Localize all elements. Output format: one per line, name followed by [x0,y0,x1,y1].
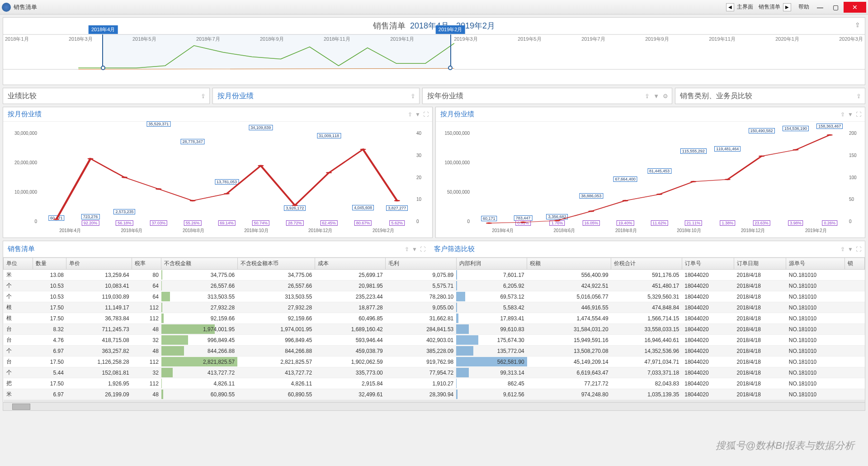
export-icon[interactable]: ⇪ [645,93,650,100]
nav-list-label[interactable]: 销售清单 [756,3,783,11]
window-title: 销售清单 [14,3,726,11]
chart-title: 按月份业绩 [440,110,474,119]
export-icon[interactable]: ⇪ [855,21,860,29]
section-category-sales[interactable]: 销售类别、业务员比较 ⇪ [675,88,865,104]
filter-icon[interactable]: ▼ [412,246,417,252]
col-header[interactable]: 税率 [132,258,161,270]
maximize-button[interactable]: ▢ [828,2,843,13]
col-header[interactable]: 内部利润 [456,258,527,270]
range-title-prefix: 销售清单 [373,21,406,30]
range-label-start: 2018年4月 [89,25,118,34]
expand-icon[interactable]: ⛶ [856,111,861,118]
table-row[interactable]: 台8.32711,245.73481,974,001.951,974,001.9… [4,324,865,335]
settings-icon[interactable]: ⚙ [663,93,668,100]
close-button[interactable]: ✕ [844,2,866,13]
horizontal-scrollbar[interactable] [3,402,865,410]
filter-icon[interactable]: ▼ [848,246,853,252]
table-row[interactable]: 个10.5310,083.416426,557.6626,557.6620,98… [4,281,865,291]
svg-point-15 [623,200,628,201]
col-header[interactable]: 单位 [4,258,33,270]
svg-point-9 [360,149,366,150]
export-icon[interactable]: ⇪ [408,111,412,118]
nav-next-button[interactable]: ▶ [783,3,791,11]
svg-point-5 [224,193,230,194]
svg-point-19 [759,156,764,157]
col-header[interactable]: 不含税金额 [161,258,237,270]
svg-point-16 [656,194,662,195]
minimize-button[interactable]: — [813,2,827,13]
col-header[interactable]: 单价 [66,258,132,270]
titlebar: 销售清单 ◀ 主界面 销售清单 ▶ 帮助 — ▢ ✕ [0,0,868,14]
svg-point-3 [156,188,161,190]
svg-point-21 [827,134,833,136]
expand-icon[interactable]: ⛶ [856,246,861,252]
range-handle-start[interactable] [101,66,105,70]
chart-cumulative-panel: 按月份业绩 ⇪▼⛶ 050,000,000100,000,000150,000,… [435,107,865,238]
table-row[interactable]: 根17.5011,149.1711227,932.2827,932.2818,8… [4,302,865,313]
sales-table-panel: 销售清单 ⇪▼⛶ 客户筛选比较 ⇪▼⛶ 单位数量单价税率不含税金额不含税金额本币… [3,241,865,411]
chart-cumulative-body: 050,000,000100,000,000150,000,0000501001… [436,122,865,238]
section-label: 按年份业绩 [427,91,463,101]
table-row[interactable]: 台17.501,126,258.281122,821,825.572,821,8… [4,357,865,367]
col-header[interactable]: 锁 [844,258,864,270]
svg-point-18 [725,179,731,180]
filter-icon[interactable]: ▼ [653,93,659,100]
section-label: 业绩比较 [8,91,37,101]
export-icon[interactable]: ⇪ [410,93,415,100]
nav-main-label[interactable]: 主界面 [734,3,756,11]
section-label: 销售类别、业务员比较 [680,91,752,101]
col-header[interactable]: 订单号 [682,258,734,270]
svg-point-6 [258,165,264,166]
svg-point-20 [793,149,798,150]
svg-point-2 [122,176,127,178]
section-yearly[interactable]: 按年份业绩 ⇪▼⚙ [422,88,672,104]
svg-point-11 [486,222,492,223]
scroll-thumb[interactable] [12,404,30,410]
table-row[interactable]: 个10.53119,030.8964313,503.55313,503.5523… [4,291,865,302]
table-row[interactable]: 米6.9726,199.094860,890.5560,890.5532,499… [4,389,865,400]
col-header[interactable]: 价税合计 [611,258,682,270]
section-perf-compare[interactable]: 业绩比较 ⇪ [3,88,210,104]
range-chart[interactable]: 2018年4月 2019年2月 2018年1月2018年3月2018年5月201… [3,34,865,77]
svg-point-14 [588,210,594,212]
section-monthly[interactable]: 按月份业绩 ⇪ [212,88,420,104]
watermark: 搜狐号@数林BI报表与数据分析 [716,439,854,452]
chart-monthly-panel: 按月份业绩 ⇪▼⛶ 010,000,00020,000,00030,000,00… [3,107,433,238]
col-header[interactable]: 源单号 [786,258,844,270]
sales-table[interactable]: 单位数量单价税率不含税金额不含税金额本币成本毛利内部利润税额价税合计订单号订单日… [3,257,865,402]
table-row[interactable]: 个5.44152,081.8132413,727.72413,727.72335… [4,367,865,378]
export-icon[interactable]: ⇪ [840,246,845,252]
range-handle-end[interactable] [448,66,453,70]
range-title: 销售清单 2018年4月 - 2019年2月 [3,18,865,34]
export-icon[interactable]: ⇪ [405,246,409,252]
filter-icon[interactable]: ▼ [848,111,853,118]
col-header[interactable]: 税额 [527,258,611,270]
chart-title: 按月份业绩 [8,110,42,119]
filter-icon[interactable]: ▼ [415,111,420,118]
svg-point-4 [190,200,196,201]
export-icon[interactable]: ⇪ [840,111,845,118]
table-row[interactable]: 个6.97363,257.8248844,266.88844,266.88459… [4,346,865,357]
col-header[interactable]: 不含税金额本币 [237,258,315,270]
svg-point-17 [690,181,696,182]
table-row[interactable]: 把17.501,926.951124,826.114,826.112,915.8… [4,378,865,389]
date-range-panel: 销售清单 2018年4月 - 2019年2月 ⇪ 2018年4月 2019年2月… [3,17,865,85]
nav-prev-button[interactable]: ◀ [726,3,734,11]
export-icon[interactable]: ⇪ [201,93,206,100]
app-logo-icon [2,3,11,12]
help-menu[interactable]: 帮助 [796,3,812,11]
expand-icon[interactable]: ⛶ [420,246,425,252]
svg-point-8 [326,172,332,173]
table-row[interactable]: 根17.5036,783.8411292,159.6692,159.6660,4… [4,313,865,324]
section-label: 按月份业绩 [217,91,254,101]
col-header[interactable]: 数量 [33,258,66,270]
expand-icon[interactable]: ⛶ [423,111,429,118]
svg-point-10 [394,200,400,201]
col-header[interactable]: 成本 [315,258,386,270]
export-icon[interactable]: ⇪ [856,93,861,100]
col-header[interactable]: 毛利 [386,258,457,270]
table-row[interactable]: 台4.76418,715.0832996,849.45996,849.45593… [4,335,865,346]
table-row[interactable]: 米13.0813,259.648034,775.0634,775.0625,69… [4,270,865,281]
table-title: 销售清单 [8,245,417,253]
col-header[interactable]: 订单日期 [734,258,786,270]
